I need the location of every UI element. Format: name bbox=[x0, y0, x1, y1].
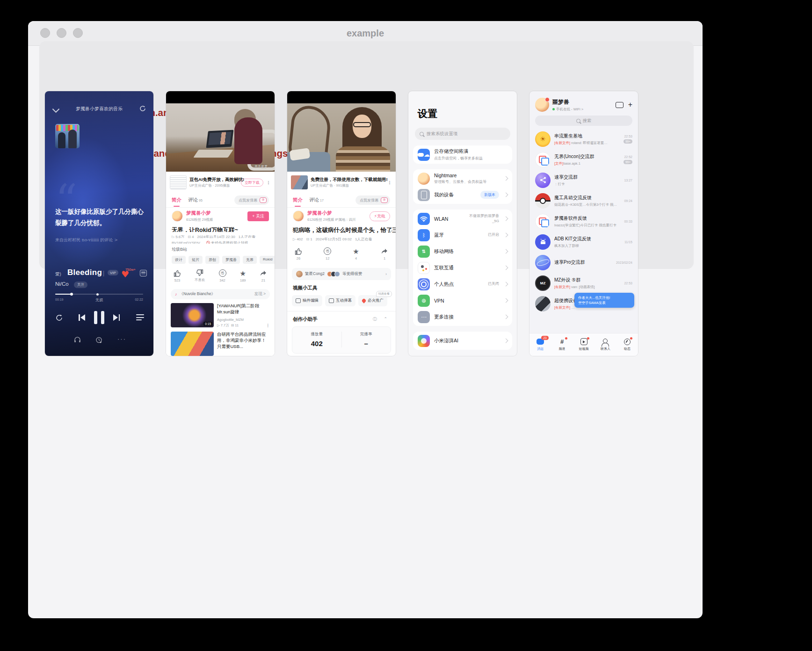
uploader-avatar[interactable] bbox=[293, 210, 304, 222]
ad-banner[interactable]: 免费注册，不限使用次数，下载就能用! UP主分成广告 · 991播放 ⋮ bbox=[287, 172, 396, 193]
uploader-name[interactable]: 梦魇兽小梦 bbox=[186, 210, 211, 216]
share-button[interactable]: 1 bbox=[381, 248, 388, 260]
next-track-button[interactable] bbox=[112, 314, 120, 321]
video-frame[interactable]: 并不是梦… bbox=[166, 103, 275, 172]
settings-row-hotspot[interactable]: 个人热点 已关闭 bbox=[413, 276, 512, 292]
tab-intro[interactable]: 简介 bbox=[172, 197, 181, 203]
tab-comments[interactable]: 评论95 bbox=[188, 197, 203, 203]
user-avatar[interactable] bbox=[535, 98, 549, 112]
artist-name[interactable]: Ni/Co bbox=[55, 281, 69, 287]
like-button[interactable]: 26 bbox=[295, 248, 302, 260]
traffic-light-buttons[interactable] bbox=[40, 28, 83, 38]
headphones-icon[interactable] bbox=[74, 336, 81, 343]
settings-row-bluetooth[interactable]: ᛒ 蓝牙 已开启 bbox=[413, 227, 512, 243]
settings-search-input[interactable]: 搜索系统设置项 bbox=[415, 128, 510, 140]
tag[interactable]: 梦魇兽 bbox=[222, 256, 240, 264]
settings-row-wlan[interactable]: WLAN 不做噩梦的噩梦兽_5G bbox=[413, 210, 512, 227]
chat-row[interactable]: 无界(Uncon)交流群 [文件]base.apk.1 22:5299+ bbox=[529, 149, 638, 170]
tab-moments[interactable]: 动态 bbox=[616, 338, 638, 351]
tab-messages[interactable]: 23 消息 bbox=[529, 338, 551, 351]
minimize-window-button[interactable] bbox=[57, 28, 66, 38]
uploader-row[interactable]: 梦魇兽小梦 6126粉丝 29视频 IP属地：四川 ⚡充电 bbox=[287, 208, 396, 224]
favorite-button[interactable]: ★ 4 bbox=[353, 248, 359, 260]
quality-label[interactable]: 无损 bbox=[55, 297, 143, 303]
uploader-row[interactable]: 梦魇兽小梦 6126粉丝 29视频 + 关注 bbox=[166, 208, 275, 224]
settings-row-mobile-network[interactable]: ⇅ 移动网络 bbox=[413, 243, 512, 260]
playlist-icon[interactable] bbox=[136, 314, 144, 321]
video-title[interactable]: 犯病咯，这破病什么时候是个头，恰了三... bbox=[287, 224, 396, 234]
chat-row[interactable]: 梦魇兽软件反馈 lxazzz(学业繁忙)今日已打卡 我也要打卡 00:33 bbox=[529, 211, 638, 231]
previous-track-button[interactable] bbox=[79, 314, 86, 321]
album-art[interactable] bbox=[55, 124, 80, 148]
ad-banner[interactable]: 豆包AI免费开放，高效解忧! UP主分成广告 · 2095播放 立即下载 ⋮ bbox=[166, 172, 275, 193]
progress-bar[interactable] bbox=[55, 294, 143, 295]
progress-handle[interactable] bbox=[70, 293, 73, 296]
comment-icon[interactable] bbox=[140, 270, 147, 276]
tab-short-video[interactable]: 短视频 bbox=[573, 338, 594, 351]
bgm-discover-link[interactable]: 发现 > bbox=[254, 291, 266, 297]
tag[interactable]: 原创 bbox=[205, 256, 219, 264]
zoom-window-button[interactable] bbox=[73, 28, 83, 38]
coin-button[interactable]: 币 12 bbox=[324, 247, 331, 260]
follow-button[interactable]: + 关注 bbox=[247, 211, 269, 221]
chat-row[interactable]: ☀ 串流重生基地 [有新文件] roland: 即裡遛富署曩… 22:5399+ bbox=[529, 129, 638, 149]
info-and-collapse-icons[interactable]: ⓘ ⌃ bbox=[373, 316, 390, 322]
thumbnail-bilibili-video-1[interactable]: 并不是梦… 豆包AI免费开放，高效解忧! UP主分成广告 · 2095播放 立即… bbox=[166, 91, 275, 356]
device-icon[interactable] bbox=[616, 102, 624, 108]
ad-download-button[interactable]: 立即下载 bbox=[241, 179, 263, 187]
chat-row[interactable]: 速享Pro交流群 2023/02/24 bbox=[529, 252, 638, 273]
repeat-icon[interactable] bbox=[55, 314, 63, 322]
related-video-item[interactable]: 自研跨平台跨品牌流转应用，非鸿蒙非小米妙享！只需要USB... bbox=[166, 328, 275, 356]
related-video-item[interactable]: 0:15 [YAWANUR]第二阶段Mr.sun旋律 Agogbottle_MZ… bbox=[166, 299, 275, 328]
share-button[interactable]: 21 bbox=[260, 270, 267, 282]
charge-button[interactable]: ⚡充电 bbox=[370, 211, 390, 221]
tab-comments[interactable]: 评论17 bbox=[309, 197, 324, 203]
kebab-menu-icon[interactable]: ⋮ bbox=[266, 323, 270, 328]
sleep-timer-icon[interactable] bbox=[95, 336, 102, 343]
interactive-danmaku-button[interactable]: 互动弹幕 bbox=[325, 295, 355, 306]
thumbnail-settings[interactable]: 设置 搜索系统设置项 ☁ 云存储空间将满 点击升级空间，畅享更多权益 bbox=[408, 91, 517, 356]
kebab-menu-icon[interactable]: ⋮ bbox=[266, 180, 271, 185]
video-frame[interactable] bbox=[287, 103, 396, 172]
settings-row-more-connections[interactable]: ⋯ 更多连接 bbox=[413, 309, 512, 325]
settings-row-vpn[interactable]: ⊕ VPN bbox=[413, 292, 512, 309]
chat-row[interactable]: 速享交流群 ：打卡 13:27 bbox=[529, 170, 638, 190]
danmaku-input[interactable]: 点我发弹幕弹 bbox=[234, 195, 269, 205]
more-options-icon[interactable]: ··· bbox=[117, 335, 126, 342]
pause-button[interactable] bbox=[94, 311, 104, 324]
thumbnail-bilibili-video-2[interactable]: 免费注册，不限使用次数，下载就能用! UP主分成广告 · 991播放 ⋮ 简介 … bbox=[287, 91, 396, 356]
tab-contacts[interactable]: 联系人 bbox=[594, 338, 616, 351]
cloud-storage-card[interactable]: ☁ 云存储空间将满 点击升级空间，畅享更多权益 bbox=[413, 145, 512, 164]
danmaku-input[interactable]: 点我发弹幕弹 bbox=[355, 195, 390, 205]
tab-channels[interactable]: # 频道 bbox=[551, 338, 573, 351]
chat-row[interactable]: MZ MZ外设 ⑤群 [有新文件] van: [动画表情] 22:53 bbox=[529, 273, 638, 293]
like-button[interactable]: 523 bbox=[174, 270, 181, 282]
kebab-menu-icon[interactable]: ⋮ bbox=[387, 180, 392, 185]
favorite-button[interactable]: ★ 189 bbox=[240, 270, 246, 282]
account-row[interactable]: Nightmare 管理账号、云服务、会员权益等 bbox=[413, 170, 512, 187]
video-title[interactable]: 无界，让Rokid万物互联~ bbox=[166, 224, 275, 232]
thumbnail-qq[interactable]: 噩梦兽 手机在线 - WiFi > + 搜索 ☀ 串流重生基地 [有新文件] r… bbox=[529, 91, 638, 356]
uploader-avatar[interactable] bbox=[172, 210, 183, 222]
edit-submission-button[interactable]: 稿件编辑 bbox=[292, 295, 322, 306]
tag[interactable]: 短片 bbox=[188, 256, 203, 264]
online-status[interactable]: 手机在线 - WiFi > bbox=[552, 107, 583, 112]
quote-source-link[interactable]: 来自云村村民 no-viiiiii 的评论 > bbox=[55, 237, 118, 243]
thumbnail-music-player[interactable]: 梦魇兽小梦喜欢的音乐 “ 这一版好像比原版少了几分撕心裂肺，多了几分忧郁。 来自… bbox=[45, 91, 153, 356]
add-icon[interactable]: + bbox=[628, 101, 632, 108]
close-window-button[interactable] bbox=[40, 28, 50, 38]
share-icon[interactable] bbox=[139, 105, 146, 112]
settings-row-interconnect[interactable]: 互联互通 bbox=[413, 260, 512, 276]
tag[interactable]: 无界 bbox=[243, 256, 257, 264]
qq-search-input[interactable]: 搜索 bbox=[535, 116, 632, 126]
chat-row[interactable]: 魔工具箱交流反馈 烟花易冷~K30S至…今日第3个打卡 我… 09:24 bbox=[529, 190, 638, 211]
chat-row[interactable]: ADB KIT交流反馈 枫木加入了群聊 11/15 bbox=[529, 231, 638, 252]
my-device-row[interactable]: 我的设备 新版本 bbox=[413, 187, 512, 203]
follow-artist-button[interactable]: 关注 bbox=[74, 282, 87, 288]
fans-liked-row[interactable]: 繁星Cong2 等觉得很赞 › bbox=[292, 268, 391, 280]
tag[interactable]: Rokid bbox=[260, 256, 275, 264]
tab-intro[interactable]: 简介 bbox=[293, 197, 303, 203]
bgm-row[interactable]: ♪ 《Nuvole Bianche》 发现 > bbox=[171, 289, 270, 299]
notification-tooltip[interactable]: 作者大大...也关注他! 空空子SAMA发表 bbox=[574, 293, 634, 308]
tag[interactable]: 设计 bbox=[172, 256, 186, 264]
